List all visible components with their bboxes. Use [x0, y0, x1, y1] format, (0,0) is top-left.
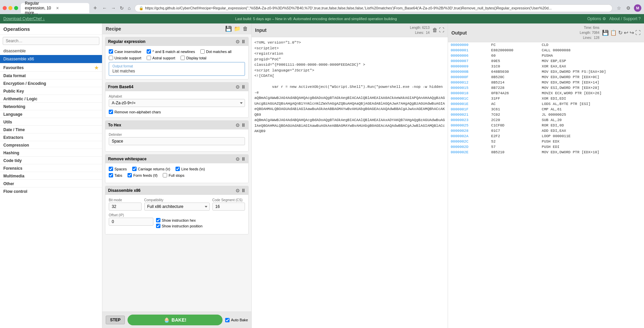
output-redo-button[interactable]: ↪ [630, 30, 634, 36]
full-stops-label[interactable]: Full stops [163, 173, 184, 177]
options-link[interactable]: Options ⚙ [587, 16, 606, 21]
input-content[interactable]: <?XML version="1.0"?> <scriptlet> <regis… [252, 37, 448, 328]
carriage-returns-checkbox[interactable] [132, 167, 137, 171]
form-feeds-label[interactable]: Form feeds (\f) [128, 173, 157, 177]
case-insensitive-label[interactable]: Case insensitive [109, 49, 141, 54]
dot-matches-all-label[interactable]: Dot matches all [200, 49, 232, 54]
extension-icon[interactable]: ⚙ [625, 4, 632, 12]
output-refresh-button[interactable]: ↻ [618, 30, 623, 36]
maximize-dot[interactable] [14, 6, 18, 10]
star-icon[interactable]: ☆ [615, 4, 623, 12]
search-input[interactable] [3, 37, 99, 45]
compatibility-select[interactable]: Full x86 architecture [144, 203, 210, 211]
remove-non-alphabet-checkbox[interactable] [109, 110, 113, 114]
disassemble-pause-icon[interactable]: ⏸ [241, 188, 246, 193]
offset-input[interactable] [109, 218, 153, 226]
sidebar-category-hashing[interactable]: Hashing [0, 149, 102, 156]
sidebar-category-utils[interactable]: Utils [0, 118, 102, 125]
build-info: Last build: 5 days ago – New in v8: Auto… [45, 17, 587, 21]
minimize-dot[interactable] [8, 6, 12, 10]
remove-non-alphabet-label[interactable]: Remove non-alphabet chars [109, 110, 245, 114]
caret-dollar-checkbox[interactable] [147, 49, 151, 54]
show-hex-checkbox[interactable] [156, 218, 160, 222]
line-feeds-label[interactable]: Line feeds (\n) [176, 167, 205, 171]
spaces-checkbox[interactable] [109, 167, 113, 171]
input-maximize-button[interactable]: ⛶ [439, 27, 444, 33]
auto-bake-checkbox[interactable] [225, 318, 230, 322]
load-recipe-button[interactable]: 📁 [234, 25, 241, 32]
clear-recipe-button[interactable]: 🗑 [243, 25, 248, 32]
bit-mode-input[interactable] [109, 203, 142, 211]
sidebar-item-disassemble-x86[interactable]: Disassemble x86 [0, 55, 102, 63]
disassemble-disable-icon[interactable]: ⊙ [236, 188, 240, 193]
delimiter-input[interactable] [109, 137, 245, 145]
show-position-label[interactable]: Show instruction position [156, 224, 245, 228]
nav-home-button[interactable]: ⌂ [127, 5, 132, 11]
sidebar-category-arithmetic-logic[interactable]: Arithmetic / Logic [0, 95, 102, 102]
to-hex-pause-icon[interactable]: ⏸ [241, 122, 246, 128]
user-avatar[interactable]: M [634, 4, 641, 12]
nav-back-button[interactable]: ← [101, 5, 108, 11]
show-hex-label[interactable]: Show instruction hex [156, 218, 245, 222]
sidebar-category-language[interactable]: Language [0, 110, 102, 118]
close-dot[interactable] [3, 6, 7, 10]
sidebar-category-encryption-encoding[interactable]: Encryption / Encoding [0, 79, 102, 87]
sidebar-category-datetime[interactable]: Date / Time [0, 125, 102, 133]
sidebar-category-data-format[interactable]: Data format [0, 71, 102, 79]
sidebar-category-code-tidy[interactable]: Code tidy [0, 156, 102, 164]
unicode-support-label[interactable]: Unicode support [109, 56, 141, 60]
nav-forward-button[interactable]: → [110, 5, 117, 11]
caret-dollar-label[interactable]: ^ and $ match at newlines [147, 49, 195, 54]
output-undo-button[interactable]: ↩ [624, 30, 628, 36]
carriage-returns-label[interactable]: Carriage returns (\r) [132, 167, 170, 171]
bake-button[interactable]: 🧁 BAKE! [128, 315, 222, 325]
display-total-checkbox[interactable] [181, 56, 185, 60]
code-segment-input[interactable] [212, 203, 245, 211]
tab-close-btn[interactable]: × [56, 5, 85, 11]
about-support-link[interactable]: About / Support ? [609, 16, 641, 21]
to-hex-disable-icon[interactable]: ⊙ [236, 122, 240, 128]
nav-refresh-button[interactable]: ↻ [118, 5, 125, 11]
download-link[interactable]: Download CyberChef ↓ [3, 16, 45, 21]
unicode-support-checkbox[interactable] [109, 56, 113, 60]
show-position-checkbox[interactable] [156, 224, 160, 228]
remove-whitespace-disable-icon[interactable]: ⊙ [236, 156, 240, 162]
from-base64-pause-icon[interactable]: ⏸ [241, 84, 246, 90]
astral-support-label[interactable]: Astral support [147, 56, 175, 60]
dot-matches-all-checkbox[interactable] [200, 49, 205, 54]
astral-support-checkbox[interactable] [147, 56, 151, 60]
sidebar-category-flow-control[interactable]: Flow control [0, 187, 102, 195]
sidebar-category-favourites[interactable]: Favourites ★ [0, 63, 102, 71]
sidebar-category-public-key[interactable]: Public Key [0, 87, 102, 95]
full-stops-checkbox[interactable] [163, 173, 167, 177]
output-copy-button[interactable]: 📋 [610, 30, 617, 36]
input-clear-button[interactable]: 🗑 [432, 27, 438, 33]
remove-whitespace-pause-icon[interactable]: ⏸ [241, 156, 246, 162]
sidebar-category-other[interactable]: Other [0, 179, 102, 187]
output-maximize-button[interactable]: ⛶ [635, 30, 641, 36]
new-tab-button[interactable]: + [92, 5, 98, 12]
sidebar-category-compression[interactable]: Compression [0, 141, 102, 149]
sidebar-category-extractors[interactable]: Extractors [0, 133, 102, 141]
tabs-checkbox[interactable] [109, 173, 113, 177]
save-recipe-button[interactable]: 💾 [225, 25, 232, 32]
sidebar-category-multimedia[interactable]: Multimedia [0, 172, 102, 179]
alphabet-select[interactable]: A-Za-z0-9+/= [109, 99, 245, 107]
sidebar-category-forensics[interactable]: Forensics [0, 164, 102, 172]
tabs-label[interactable]: Tabs [109, 173, 122, 177]
regex-pause-icon[interactable]: ⏸ [241, 39, 246, 44]
address-bar[interactable]: 🔒 https://gchq.github.io/CyberChef/#reci… [135, 4, 612, 12]
table-row: 0000000F8B520CMOV EDX,DWORD PTR [EDX+0C] [448, 74, 644, 80]
step-button[interactable]: STEP [106, 316, 125, 324]
case-insensitive-checkbox[interactable] [109, 49, 113, 54]
regex-disable-icon[interactable]: ⊙ [236, 39, 240, 44]
from-base64-disable-icon[interactable]: ⊙ [236, 84, 240, 90]
display-total-label[interactable]: Display total [181, 56, 206, 60]
spaces-label[interactable]: Spaces [109, 167, 127, 171]
line-feeds-checkbox[interactable] [176, 167, 180, 171]
form-feeds-checkbox[interactable] [128, 173, 132, 177]
sidebar-category-networking[interactable]: Networking [0, 102, 102, 110]
output-save-button[interactable]: 💾 [602, 30, 609, 36]
browser-tab[interactable]: Regular expression, 10 more… × [21, 3, 89, 13]
sidebar-item-disassemble[interactable]: disassemble [0, 47, 102, 55]
